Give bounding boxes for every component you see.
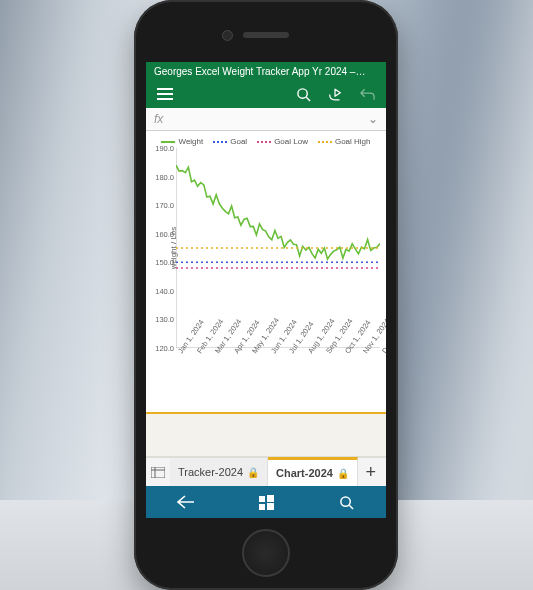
expand-formula-icon[interactable]: ⌄ [368, 112, 378, 126]
y-tick: 180.0 [150, 172, 174, 181]
search-icon [296, 87, 311, 102]
lock-icon: 🔒 [337, 468, 349, 479]
search-button[interactable] [290, 81, 316, 107]
window-title: Georges Excel Weight Tracker App Yr 2024… [146, 62, 386, 80]
hamburger-icon [157, 88, 173, 100]
series-weight [176, 165, 380, 259]
legend-goal-low: Goal Low [274, 137, 308, 146]
svg-rect-8 [267, 503, 274, 510]
svg-rect-5 [259, 496, 265, 502]
legend-goal-high: Goal High [335, 137, 371, 146]
y-tick: 120.0 [150, 344, 174, 353]
phone-frame: Georges Excel Weight Tracker App Yr 2024… [134, 0, 398, 590]
y-tick: 170.0 [150, 201, 174, 210]
windows-icon [259, 495, 274, 510]
search-icon [339, 495, 354, 510]
share-button[interactable] [322, 81, 348, 107]
y-tick: 140.0 [150, 286, 174, 295]
y-tick: 160.0 [150, 229, 174, 238]
svg-rect-7 [259, 504, 265, 510]
share-icon [327, 87, 343, 102]
svg-rect-6 [267, 495, 274, 502]
y-tick: 150.0 [150, 258, 174, 267]
home-button[interactable] [242, 529, 290, 577]
y-tick: 130.0 [150, 315, 174, 324]
svg-line-10 [349, 505, 353, 509]
svg-line-1 [306, 97, 310, 101]
menu-button[interactable] [152, 81, 178, 107]
tab-tracker-2024[interactable]: Tracker-2024 🔒 [170, 458, 268, 486]
tab-label: Tracker-2024 [178, 466, 243, 478]
undo-button[interactable] [354, 81, 380, 107]
back-icon [177, 495, 195, 509]
app-toolbar [146, 80, 386, 108]
add-sheet-button[interactable]: + [358, 458, 384, 486]
sheet-tabs: Tracker-2024 🔒 Chart-2024 🔒 + [146, 457, 386, 486]
y-tick: 190.0 [150, 144, 174, 153]
chart-legend: Weight Goal Goal Low Goal High [148, 137, 384, 146]
app-screen: Georges Excel Weight Tracker App Yr 2024… [146, 62, 386, 518]
undo-icon [360, 87, 375, 101]
legend-goal: Goal [230, 137, 247, 146]
start-button[interactable] [226, 486, 306, 518]
tab-label: Chart-2024 [276, 467, 333, 479]
fx-label: fx [154, 112, 174, 126]
svg-rect-2 [151, 467, 165, 478]
x-axis: Jan 1, 2024Feb 1, 2024Mar 1, 2024Apr 1, … [176, 348, 380, 394]
sheets-icon [151, 467, 165, 478]
back-button[interactable] [146, 486, 226, 518]
legend-weight: Weight [178, 137, 203, 146]
lock-icon: 🔒 [247, 467, 259, 478]
os-nav-bar [146, 486, 386, 518]
spreadsheet-ribbon [146, 412, 386, 457]
tab-chart-2024[interactable]: Chart-2024 🔒 [268, 457, 358, 486]
chart-area[interactable]: Weight Goal Goal Low Goal High weight / … [146, 131, 386, 412]
svg-point-9 [340, 496, 349, 505]
formula-bar[interactable]: fx ⌄ [146, 108, 386, 131]
sheets-list-button[interactable] [146, 458, 170, 486]
os-search-button[interactable] [306, 486, 386, 518]
svg-point-0 [297, 88, 306, 97]
